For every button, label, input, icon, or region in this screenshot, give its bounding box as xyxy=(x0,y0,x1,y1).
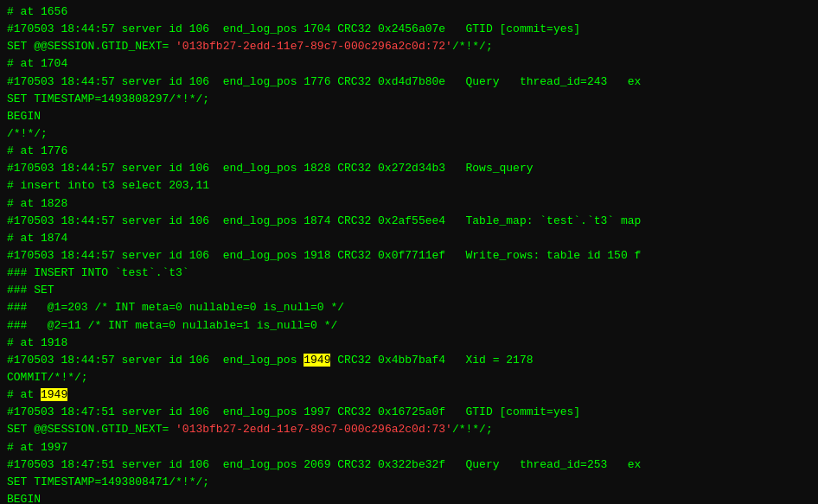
terminal-text: #170503 18:47:51 server id 106 end_log_p… xyxy=(7,405,580,418)
terminal-text: # at 1704 xyxy=(7,57,67,70)
terminal-line: # at 1874 xyxy=(7,230,811,247)
terminal-text: BEGIN xyxy=(7,110,41,123)
terminal-line: #170503 18:44:57 server id 106 end_log_p… xyxy=(7,21,811,38)
terminal-text: # at 1997 xyxy=(7,441,67,454)
terminal-text: # at 1874 xyxy=(7,232,67,245)
terminal-text: ### INSERT INTO `test`.`t3` xyxy=(7,266,189,279)
terminal-window: # at 1656#170503 18:44:57 server id 106 … xyxy=(0,0,818,504)
terminal-text: # at 1828 xyxy=(7,197,67,210)
terminal-text: # at 1918 xyxy=(7,336,67,349)
terminal-text: # at xyxy=(7,388,41,401)
terminal-text: #170503 18:44:57 server id 106 end_log_p… xyxy=(7,249,641,262)
terminal-text: #170503 18:44:57 server id 106 end_log_p… xyxy=(7,162,534,175)
terminal-line: #170503 18:44:57 server id 106 end_log_p… xyxy=(7,247,811,265)
terminal-line: COMMIT/*!*/; xyxy=(7,369,811,386)
terminal-line: # at 1828 xyxy=(7,195,811,213)
terminal-text: #170503 18:44:57 server id 106 end_log_p… xyxy=(7,22,580,35)
terminal-line: #170503 18:47:51 server id 106 end_log_p… xyxy=(7,404,811,421)
terminal-line: #170503 18:44:57 server id 106 end_log_p… xyxy=(7,73,811,91)
terminal-text: SET TIMESTAMP=1493808471/*!*/; xyxy=(7,475,209,488)
terminal-text: '013bfb27-2edd-11e7-89c7-000c296a2c0d:72… xyxy=(176,40,452,53)
terminal-line: ### SET xyxy=(7,282,811,299)
terminal-line: BEGIN xyxy=(7,491,811,504)
terminal-line: SET TIMESTAMP=1493808471/*!*/; xyxy=(7,474,811,491)
terminal-line: # at 1949 xyxy=(7,386,811,404)
terminal-text: #170503 18:47:51 server id 106 end_log_p… xyxy=(7,458,641,471)
terminal-line: #170503 18:44:57 server id 106 end_log_p… xyxy=(7,352,811,369)
terminal-line: BEGIN xyxy=(7,108,811,125)
terminal-text: # insert into t3 select 203,11 xyxy=(7,179,209,192)
terminal-line: ### @2=11 /* INT meta=0 nullable=1 is_nu… xyxy=(7,317,811,335)
terminal-line: # at 1918 xyxy=(7,335,811,352)
terminal-line: SET @@SESSION.GTID_NEXT= '013bfb27-2edd-… xyxy=(7,421,811,438)
terminal-text: ### @2=11 /* INT meta=0 nullable=1 is_nu… xyxy=(7,319,337,332)
terminal-line: SET TIMESTAMP=1493808297/*!*/; xyxy=(7,91,811,108)
terminal-line: # insert into t3 select 203,11 xyxy=(7,177,811,195)
terminal-text: 1949 xyxy=(41,388,67,401)
terminal-line: # at 1997 xyxy=(7,439,811,456)
terminal-text: /*!*/; xyxy=(452,40,493,53)
terminal-text: SET @@SESSION.GTID_NEXT= xyxy=(7,40,176,53)
terminal-text: ### @1=203 /* INT meta=0 nullable=0 is_n… xyxy=(7,301,344,314)
terminal-line: # at 1776 xyxy=(7,143,811,160)
terminal-line: #170503 18:44:57 server id 106 end_log_p… xyxy=(7,213,811,230)
terminal-line: #170503 18:44:57 server id 106 end_log_p… xyxy=(7,160,811,177)
terminal-text: /*!*/; xyxy=(452,423,493,436)
terminal-line: # at 1656 xyxy=(7,3,811,21)
terminal-text: BEGIN xyxy=(7,493,41,504)
terminal-text: SET TIMESTAMP=1493808297/*!*/; xyxy=(7,93,209,105)
terminal-text: COMMIT/*!*/; xyxy=(7,371,88,384)
terminal-text: SET @@SESSION.GTID_NEXT= xyxy=(7,423,176,436)
terminal-text: 1949 xyxy=(304,354,330,367)
terminal-line: ### INSERT INTO `test`.`t3` xyxy=(7,265,811,282)
terminal-text: CRC32 0x4bb7baf4 Xid = 2178 xyxy=(330,354,533,367)
terminal-line: # at 1704 xyxy=(7,55,811,73)
terminal-text: # at 1656 xyxy=(7,5,67,18)
terminal-text: '013bfb27-2edd-11e7-89c7-000c296a2c0d:73… xyxy=(176,423,452,436)
terminal-line: SET @@SESSION.GTID_NEXT= '013bfb27-2edd-… xyxy=(7,38,811,55)
terminal-text: #170503 18:44:57 server id 106 end_log_p… xyxy=(7,354,304,367)
terminal-line: #170503 18:47:51 server id 106 end_log_p… xyxy=(7,456,811,474)
terminal-line: ### @1=203 /* INT meta=0 nullable=0 is_n… xyxy=(7,299,811,316)
terminal-text: # at 1776 xyxy=(7,144,67,157)
terminal-text: #170503 18:44:57 server id 106 end_log_p… xyxy=(7,214,641,227)
terminal-text: ### SET xyxy=(7,284,54,297)
terminal-text: /*!*/; xyxy=(7,127,48,140)
terminal-line: /*!*/; xyxy=(7,125,811,143)
terminal-text: #170503 18:44:57 server id 106 end_log_p… xyxy=(7,75,641,88)
